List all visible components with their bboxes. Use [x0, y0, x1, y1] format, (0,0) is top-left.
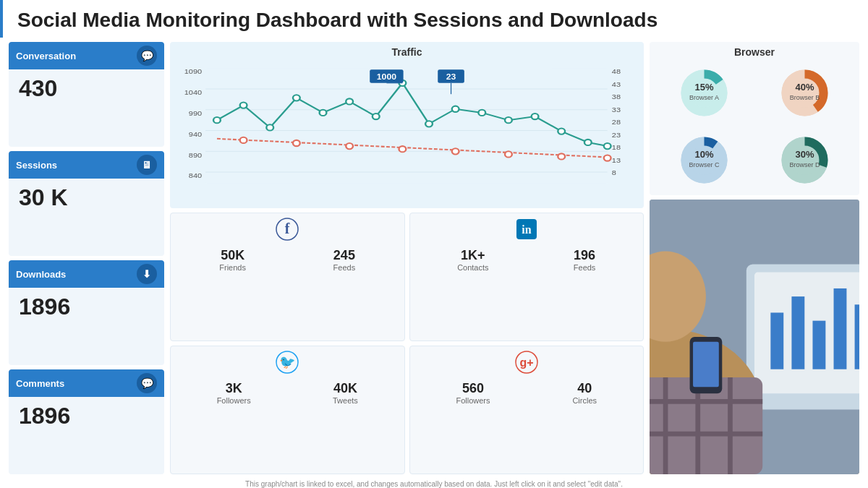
svg-text:f: f: [285, 221, 290, 236]
browser-a: 15% Browser A: [657, 62, 752, 124]
browser-d: 30% Browser D: [757, 129, 852, 191]
svg-text:40%: 40%: [795, 82, 814, 93]
stat-icon-conversation: 💬: [137, 46, 157, 66]
svg-point-34: [558, 128, 565, 134]
svg-text:940: 940: [189, 131, 203, 138]
facebook-card: f 50K Friends 245 Feeds: [170, 213, 405, 341]
svg-rect-85: [812, 321, 825, 369]
twitter-followers: 3K Followers: [217, 381, 251, 405]
stat-label-comments: Comments: [16, 378, 64, 389]
facebook-feeds: 245 Feeds: [333, 248, 356, 272]
page-wrapper: Social Media Monitoring Dashboard with S…: [0, 0, 868, 488]
photo-card: [650, 200, 859, 474]
svg-point-22: [240, 103, 247, 108]
footer-note: This graph/chart is linked to excel, and…: [0, 479, 868, 488]
svg-point-21: [213, 117, 221, 123]
svg-text:33: 33: [612, 106, 621, 114]
svg-text:990: 990: [189, 110, 203, 117]
facebook-icon: f: [276, 218, 299, 245]
browser-card: Browser 15% Browser A: [650, 42, 859, 195]
browser-c: 10% Browser C: [657, 129, 752, 191]
svg-point-33: [532, 114, 539, 119]
svg-text:15%: 15%: [694, 82, 713, 93]
svg-text:18: 18: [612, 144, 621, 151]
svg-point-32: [505, 117, 512, 123]
svg-text:840: 840: [189, 172, 203, 179]
stat-header-sessions: Sessions 🖥: [9, 151, 164, 179]
linkedin-stats: 1K+ Contacts 196 Feeds: [417, 248, 637, 272]
stat-header-downloads: Downloads ⬇: [9, 260, 164, 288]
svg-text:8: 8: [612, 169, 616, 176]
svg-text:1040: 1040: [184, 89, 203, 96]
linkedin-icon: in: [515, 218, 538, 245]
svg-text:38: 38: [612, 93, 621, 100]
svg-point-42: [452, 148, 459, 154]
svg-point-44: [558, 153, 565, 159]
svg-text:28: 28: [612, 119, 621, 126]
linkedin-contacts: 1K+ Contacts: [457, 248, 488, 272]
svg-point-45: [604, 155, 611, 160]
svg-point-24: [293, 95, 300, 100]
svg-text:🐦: 🐦: [279, 354, 296, 370]
svg-point-25: [320, 110, 327, 116]
stat-icon-sessions: 🖥: [137, 155, 157, 175]
svg-rect-15: [205, 68, 608, 183]
googleplus-circles: 40 Circles: [572, 381, 597, 405]
googleplus-icon: g+: [515, 351, 538, 378]
svg-point-29: [425, 121, 433, 127]
svg-point-26: [346, 98, 353, 104]
svg-point-30: [452, 106, 459, 112]
svg-text:13: 13: [612, 157, 621, 164]
stat-label-downloads: Downloads: [16, 269, 66, 280]
svg-text:Browser B: Browser B: [790, 94, 820, 101]
svg-text:43: 43: [612, 81, 621, 88]
traffic-chart: 1090 1040 990 940 890 840 48 43 38 33 28…: [177, 61, 637, 198]
svg-rect-100: [693, 342, 719, 388]
traffic-card: Traffic 1090 1040 990 940 890 840 48 43 …: [170, 42, 644, 208]
svg-text:10%: 10%: [694, 149, 713, 160]
browser-grid: 15% Browser A 40% Browser B: [657, 62, 852, 191]
twitter-tweets: 40K Tweets: [333, 381, 358, 405]
stat-value-conversation: 430: [9, 69, 164, 106]
linkedin-feeds: 196 Feeds: [574, 248, 596, 272]
svg-text:23: 23: [612, 132, 621, 139]
facebook-friends: 50K Friends: [219, 248, 246, 272]
stat-card-comments: Comments 💬 1896: [9, 369, 164, 474]
svg-point-31: [478, 110, 485, 116]
svg-text:23: 23: [446, 73, 456, 81]
browser-b: 40% Browser B: [757, 62, 852, 124]
linkedin-card: in 1K+ Contacts 196 Feeds: [409, 213, 644, 341]
stat-card-conversation: Conversation 💬 430: [9, 42, 164, 147]
twitter-icon: 🐦: [276, 351, 299, 378]
stat-card-downloads: Downloads ⬇ 1896: [9, 260, 164, 365]
svg-text:Browser C: Browser C: [689, 161, 720, 168]
photo-image: [650, 200, 859, 474]
svg-point-40: [346, 143, 353, 149]
stat-label-sessions: Sessions: [16, 160, 57, 171]
svg-text:g+: g+: [519, 356, 533, 369]
svg-text:in: in: [522, 223, 531, 236]
traffic-title: Traffic: [177, 46, 637, 58]
stat-header-comments: Comments 💬: [9, 369, 164, 397]
twitter-stats: 3K Followers 40K Tweets: [178, 381, 397, 405]
svg-point-39: [293, 140, 300, 146]
stat-value-downloads: 1896: [9, 288, 164, 324]
stat-icon-comments: 💬: [137, 373, 157, 393]
svg-point-27: [373, 114, 380, 119]
middle-column: Traffic 1090 1040 990 940 890 840 48 43 …: [170, 42, 644, 474]
svg-point-38: [240, 137, 247, 143]
facebook-stats: 50K Friends 245 Feeds: [178, 248, 397, 272]
svg-rect-86: [834, 288, 847, 369]
stat-card-sessions: Sessions 🖥 30 K: [9, 151, 164, 256]
svg-point-23: [266, 124, 273, 130]
right-column: Browser 15% Browser A: [650, 42, 859, 474]
svg-text:30%: 30%: [795, 149, 814, 160]
left-column: Conversation 💬 430 Sessions 🖥 30 K Downl…: [9, 42, 164, 474]
stat-value-sessions: 30 K: [9, 179, 164, 215]
googleplus-followers: 560 Followers: [456, 381, 490, 405]
svg-point-41: [399, 146, 407, 152]
svg-point-43: [505, 151, 512, 157]
svg-text:1090: 1090: [184, 68, 203, 75]
svg-point-35: [584, 140, 592, 145]
stat-icon-downloads: ⬇: [137, 264, 157, 284]
